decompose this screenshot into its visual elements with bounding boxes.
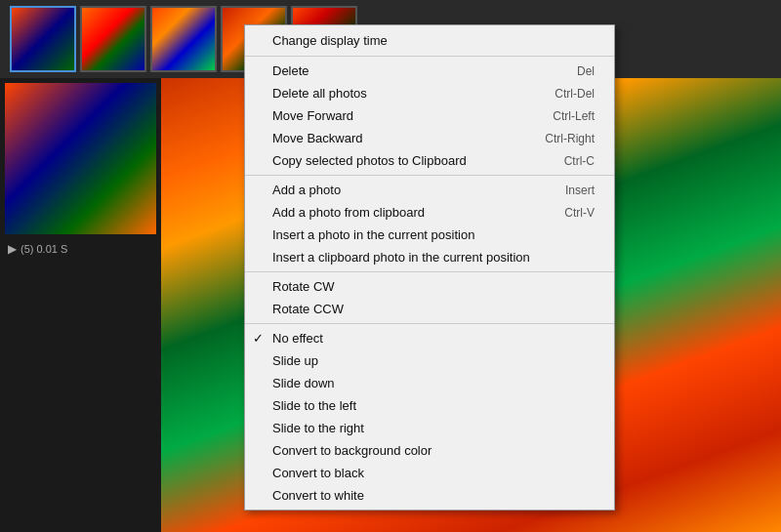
menu-item-move-backward[interactable]: Move Backward Ctrl-Right <box>245 127 614 149</box>
convert-white-label: Convert to white <box>272 488 595 503</box>
menu-item-delete-all[interactable]: Delete all photos Ctrl-Del <box>245 82 614 104</box>
move-backward-shortcut: Ctrl-Right <box>545 132 595 145</box>
rotate-ccw-label: Rotate CCW <box>272 302 595 316</box>
menu-item-slide-up[interactable]: Slide up <box>245 349 614 372</box>
play-icon: ▶ <box>8 242 17 256</box>
add-photo-label: Add a photo <box>272 183 546 197</box>
separator-3 <box>245 271 614 272</box>
slide-up-label: Slide up <box>272 353 595 368</box>
menu-item-copy-clipboard[interactable]: Copy selected photos to Clipboard Ctrl-C <box>245 149 614 172</box>
menu-item-slide-right[interactable]: Slide to the right <box>245 417 614 439</box>
no-effect-label: No effect <box>272 331 595 346</box>
menu-item-slide-down[interactable]: Slide down <box>245 372 614 394</box>
menu-item-slide-left[interactable]: Slide to the left <box>245 394 614 417</box>
insert-clipboard-current-label: Insert a clipboard photo in the current … <box>272 250 595 265</box>
menu-item-rotate-cw[interactable]: Rotate CW <box>245 275 614 298</box>
filmstrip-item-1[interactable] <box>10 6 76 72</box>
context-menu: Change display time Delete Del Delete al… <box>244 24 615 511</box>
delete-all-label: Delete all photos <box>272 86 535 101</box>
menu-item-rotate-ccw[interactable]: Rotate CCW <box>245 298 614 320</box>
menu-item-move-forward[interactable]: Move Forward Ctrl-Left <box>245 104 614 127</box>
delete-all-shortcut: Ctrl-Del <box>555 87 595 101</box>
move-forward-shortcut: Ctrl-Left <box>553 109 595 123</box>
separator-2 <box>245 175 614 176</box>
filmstrip-item-2[interactable] <box>80 6 146 72</box>
menu-item-insert-clipboard-current[interactable]: Insert a clipboard photo in the current … <box>245 246 614 268</box>
copy-clipboard-label: Copy selected photos to Clipboard <box>272 153 545 168</box>
menu-item-convert-white[interactable]: Convert to white <box>245 484 614 507</box>
convert-bg-label: Convert to background color <box>272 443 595 458</box>
slide-down-label: Slide down <box>272 376 595 390</box>
left-panel: ▶ (5) 0.01 S <box>0 78 161 532</box>
check-icon: ✓ <box>253 331 264 346</box>
move-backward-label: Move Backward <box>272 131 525 145</box>
menu-item-no-effect[interactable]: ✓ No effect <box>245 327 614 349</box>
copy-clipboard-shortcut: Ctrl-C <box>564 154 595 168</box>
convert-black-label: Convert to black <box>272 466 595 480</box>
add-clipboard-shortcut: Ctrl-V <box>564 206 595 220</box>
delete-shortcut: Del <box>577 64 595 78</box>
menu-item-convert-bg[interactable]: Convert to background color <box>245 439 614 462</box>
delete-label: Delete <box>272 63 557 78</box>
slide-right-label: Slide to the right <box>272 421 595 435</box>
menu-item-insert-current[interactable]: Insert a photo in the current position <box>245 224 614 246</box>
selected-thumbnail[interactable] <box>5 83 156 234</box>
add-clipboard-label: Add a photo from clipboard <box>272 205 545 220</box>
insert-current-label: Insert a photo in the current position <box>272 227 595 242</box>
menu-item-add-photo[interactable]: Add a photo Insert <box>245 179 614 201</box>
add-photo-shortcut: Insert <box>565 184 595 197</box>
move-forward-label: Move Forward <box>272 108 533 123</box>
filmstrip-item-3[interactable] <box>150 6 217 72</box>
menu-item-delete[interactable]: Delete Del <box>245 60 614 82</box>
menu-item-add-clipboard[interactable]: Add a photo from clipboard Ctrl-V <box>245 201 614 224</box>
separator-1 <box>245 56 614 57</box>
menu-item-change-display-time[interactable]: Change display time <box>245 28 614 53</box>
slide-left-label: Slide to the left <box>272 398 595 413</box>
menu-header-label: Change display time <box>272 33 388 48</box>
separator-4 <box>245 323 614 324</box>
menu-item-convert-black[interactable]: Convert to black <box>245 462 614 484</box>
playback-label: (5) 0.01 S <box>21 243 67 255</box>
rotate-cw-label: Rotate CW <box>272 279 595 294</box>
playback-info: ▶ (5) 0.01 S <box>0 239 161 259</box>
